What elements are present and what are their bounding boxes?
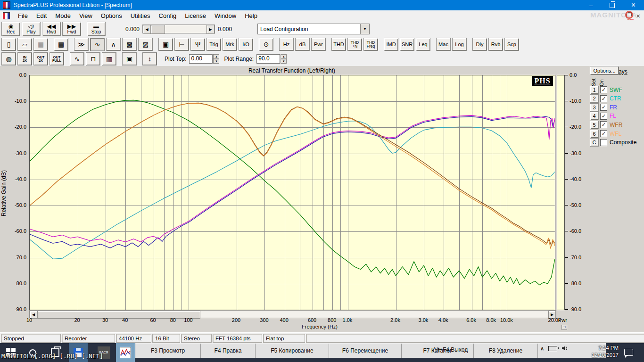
frequency-scrollbar[interactable]: ◀ ▶ — [29, 310, 556, 318]
overlays-options-button[interactable]: Options... — [590, 66, 619, 75]
macro-button[interactable]: Mac — [436, 38, 451, 51]
scope-button[interactable]: Scp — [504, 38, 519, 51]
overlay-checkbox-fr[interactable]: ✓ — [600, 104, 607, 111]
overlay-set-button-C[interactable]: C — [590, 138, 599, 147]
generator-route-button[interactable]: ≫ — [74, 38, 89, 51]
menu-view[interactable]: View — [75, 10, 97, 21]
delay-button[interactable]: Dly — [472, 38, 487, 51]
zoom-out-full-button[interactable]: OUT FULL — [50, 52, 64, 66]
record-button[interactable]: ◉Rec — [1, 22, 20, 36]
combobox-arrow-icon[interactable]: ▼ — [360, 24, 369, 34]
display-settings-button[interactable]: ▣ — [158, 38, 173, 51]
thd-freq-button[interactable]: THD Freq — [363, 38, 378, 51]
plot-options-button[interactable]: ▣ — [122, 52, 137, 66]
mic-weighting-button[interactable]: Ψ — [190, 38, 205, 51]
line-plot-button[interactable]: ∿ — [70, 52, 84, 66]
fkey-f8[interactable]: F8 Удаление — [474, 344, 538, 358]
menu-window[interactable]: Window — [210, 10, 240, 21]
markers-button[interactable]: Mrk — [223, 38, 237, 51]
menu-edit[interactable]: Edit — [32, 10, 51, 21]
units-hz-button[interactable]: Hz — [279, 38, 294, 51]
menu-help[interactable]: Help — [240, 10, 262, 21]
taskbar-clock[interactable]: 7:24 PM 12/10/2017 — [585, 345, 619, 359]
minimize-button[interactable]: – — [580, 0, 602, 10]
save-file-button[interactable]: ▦ — [33, 38, 48, 51]
overlay-checkbox-wfl[interactable]: ✓ — [600, 130, 607, 137]
reverb-button[interactable]: Rvb — [488, 38, 503, 51]
zoom-in-2x-button[interactable]: IN 2X — [17, 52, 32, 66]
plot-top-value[interactable]: 0.00 — [189, 54, 213, 64]
menu-options[interactable]: Options — [97, 10, 126, 21]
plot-top-field[interactable]: 0.00 ▲▼ — [189, 54, 219, 64]
position-scrollbar[interactable]: ◀ ▶ — [142, 25, 215, 33]
zoom-button[interactable]: ◍ — [1, 52, 16, 66]
vertical-scale-button[interactable]: ↕ — [142, 52, 157, 66]
overlay-set-button-3[interactable]: 3 — [590, 103, 599, 112]
speaker-icon[interactable] — [561, 345, 569, 352]
plot-range-spinner[interactable]: ▲▼ — [281, 54, 287, 64]
close-button[interactable]: × — [623, 0, 644, 10]
overlay-checkbox-fl[interactable]: ✓ — [600, 113, 607, 120]
thd-button[interactable]: THD — [331, 38, 346, 51]
spectrum-display-button[interactable]: ∿ — [90, 38, 105, 51]
units-pwr-button[interactable]: Pwr — [311, 38, 326, 51]
scroll-thumb[interactable] — [151, 25, 165, 34]
overlay-checkbox-swf[interactable]: ✓ — [600, 86, 607, 93]
fkey-f5[interactable]: F5 Копирование — [256, 344, 329, 358]
forward-button[interactable]: ▶▶Fwd — [62, 22, 81, 36]
menu-config[interactable]: Config — [155, 10, 181, 21]
overlay-set-button-1[interactable]: 1 — [590, 86, 599, 94]
scroll-right-icon[interactable]: ▶ — [206, 25, 215, 34]
new-file-button[interactable]: ▯ — [1, 38, 16, 51]
config-combobox[interactable]: Load Configuration ▼ — [257, 24, 370, 34]
spectraplus-taskbar-button[interactable] — [116, 343, 135, 362]
action-center-icon[interactable] — [624, 349, 633, 356]
logging-button[interactable]: Log — [452, 38, 467, 51]
overlay-set-button-2[interactable]: 2 — [590, 94, 599, 103]
imd-button[interactable]: IMD — [384, 38, 398, 51]
waveform-display-button[interactable]: ∧ — [106, 38, 121, 51]
fkey-f4[interactable]: F4 Правка — [201, 344, 256, 358]
io-device-button[interactable]: I/O — [239, 38, 253, 51]
step-plot-button[interactable]: ⊓ — [86, 52, 100, 66]
bar-plot-button[interactable]: ▥ — [102, 52, 116, 66]
fkey-f6[interactable]: F6 Перемещение — [329, 344, 402, 358]
zoom-out-2x-button[interactable]: OUT 2X — [33, 52, 48, 66]
rewind-button[interactable]: ◀◀Rwd — [42, 22, 61, 36]
overlay-set-button-6[interactable]: 6 — [590, 130, 599, 138]
thd-n-button[interactable]: THD +N — [347, 38, 362, 51]
surface-display-button[interactable]: ▨ — [138, 38, 153, 51]
scroll-left-icon[interactable]: ◀ — [143, 25, 151, 34]
spectrogram-display-button[interactable]: ▩ — [122, 38, 137, 51]
trigger-button[interactable]: Trig — [206, 38, 221, 51]
print-button[interactable]: ▤ — [54, 38, 68, 51]
signal-generator-button[interactable]: ⊙ — [259, 38, 273, 51]
freq-scroll-thumb[interactable] — [37, 311, 200, 319]
plot-area[interactable] — [29, 75, 555, 310]
plot-range-field[interactable]: 90.0 ▲▼ — [256, 54, 287, 64]
overlay-checkbox-wfr[interactable]: ✓ — [600, 121, 607, 128]
menu-utilities[interactable]: Utilities — [126, 10, 155, 21]
overlay-set-button-4[interactable]: 4 — [590, 112, 599, 120]
units-db-button[interactable]: dB — [295, 38, 310, 51]
open-file-button[interactable]: ▱ — [17, 38, 32, 51]
snr-button[interactable]: SNR — [400, 38, 414, 51]
overlay-set-button-5[interactable]: 5 — [590, 121, 599, 129]
menu-file[interactable]: File — [14, 10, 32, 21]
scale-settings-button[interactable]: ⊢ — [174, 38, 189, 51]
plot-range-value[interactable]: 90.0 — [256, 54, 280, 64]
overlay-checkbox-composite[interactable] — [600, 139, 607, 146]
menu-license[interactable]: License — [181, 10, 210, 21]
menu-mode[interactable]: Mode — [51, 10, 75, 21]
battery-icon[interactable] — [548, 346, 557, 351]
play-button[interactable]: ◁≀Play — [22, 22, 41, 36]
hidden-icons-chevron-icon[interactable]: ∧ — [540, 346, 544, 352]
restore-button[interactable] — [602, 0, 623, 10]
fkey-f3[interactable]: F3 Просмотр — [135, 344, 201, 358]
overlay-checkbox-ctr[interactable]: ✓ — [600, 95, 607, 102]
stop-button[interactable]: ▬Stop — [87, 22, 106, 36]
leq-button[interactable]: Leq — [416, 38, 430, 51]
commander-exit-label[interactable]: Alt+F4 Выход — [433, 346, 468, 353]
pwr-mini-icon[interactable]: ⊣ — [561, 325, 567, 330]
plot-top-spinner[interactable]: ▲▼ — [213, 54, 219, 64]
